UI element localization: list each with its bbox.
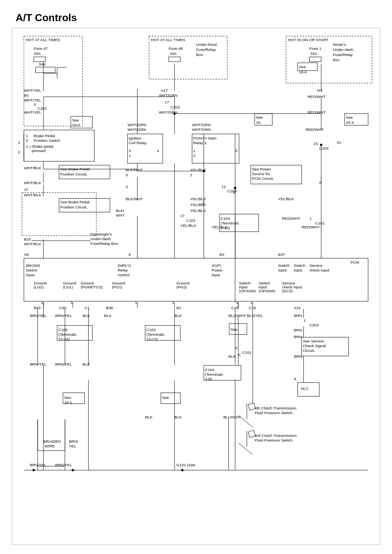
svg-text:WHT/YEL: WHT/YEL [24,98,42,102]
svg-text:15A: 15A [170,51,177,56]
svg-text:Box: Box [196,53,203,57]
svg-text:YEL/BLK: YEL/BLK [278,197,294,201]
svg-text:BLK: BLK [174,415,182,419]
svg-text:YEL/BLK: YEL/BLK [212,225,228,229]
svg-text:Under-dash: Under-dash [91,237,111,241]
svg-text:Source for: Source for [252,172,270,176]
svg-text:See: See [162,395,169,400]
svg-text:Under-dash: Under-dash [333,47,353,52]
svg-text:17: 17 [165,100,169,104]
svg-text:B1: B1 [176,306,181,310]
svg-text:1-6): 1-6) [205,377,212,381]
svg-text:13-17): 13-17) [146,337,158,341]
svg-text:pressed: pressed [32,148,45,153]
svg-text:22-24): 22-24) [58,337,70,341]
svg-text:12: 12 [221,185,226,189]
svg-point-313 [320,144,322,146]
svg-text:15: 15 [313,141,318,146]
svg-text:Fuse 46: Fuse 46 [169,46,183,51]
svg-text:(MRLY): (MRLY) [118,263,131,268]
svg-rect-19 [309,57,321,62]
svg-text:C104: C104 [205,368,214,372]
svg-text:Position Switch: Position Switch [34,138,60,143]
svg-text:PCM Circuit,: PCM Circuit, [252,176,274,181]
svg-text:RED/WHT: RED/WHT [282,216,301,221]
svg-text:See Brake Pedal: See Brake Pedal [60,167,90,171]
svg-text:B3: B3 [220,252,225,257]
svg-text:See Service: See Service [303,339,324,343]
svg-text:Check Signal: Check Signal [303,344,326,348]
svg-text:Fuse/Relay: Fuse/Relay [333,53,352,57]
svg-text:HOT AT ALL TIMES: HOT AT ALL TIMES [26,38,60,42]
svg-text:C203: C203 [309,323,319,327]
svg-point-238 [181,469,183,471]
diagram-container: text { font-family: Arial, sans-serif; f… [12,28,380,545]
svg-text:Switch: Switch [294,263,305,268]
svg-text:Power: Power [212,268,223,272]
svg-text:input: input [278,268,287,272]
svg-line-294 [238,415,253,427]
svg-text:Fuse/Relay Box: Fuse/Relay Box [91,241,118,246]
svg-text:M1: M1 [317,88,323,92]
svg-text:(OP4SW): (OP4SW) [259,289,276,293]
svg-text:See: See [230,327,238,331]
svg-text:Passenger's: Passenger's [91,232,112,236]
svg-text:A17: A17 [161,88,168,92]
svg-text:(LG1): (LG1) [63,285,73,289]
svg-text:C151: C151 [242,350,252,355]
svg-text:10.: 10. [256,120,261,125]
svg-text:(OP3SW): (OP3SW) [239,289,256,293]
svg-text:check input: check input [309,268,329,272]
svg-text:WHT/GRN: WHT/GRN [192,127,211,132]
svg-text:BRN/: BRN/ [69,439,78,444]
svg-text:BRN/YEL: BRN/YEL [30,313,47,318]
svg-text:input: input [294,268,302,272]
svg-text:BLK: BLK [174,313,182,318]
svg-text:See: See [299,65,306,69]
svg-text:RED/WHT: RED/WHT [307,94,326,99]
svg-text:Ignition: Ignition [129,136,141,140]
svg-text:10-4.: 10-4. [299,70,308,74]
svg-text:1: 1 [26,134,28,138]
svg-text:3: 3 [125,173,128,177]
svg-text:BLU/WHT: BLU/WHT [229,313,246,318]
svg-text:2: 2 [18,150,20,154]
svg-text:9: 9 [294,377,296,381]
svg-text:See: See [72,118,79,122]
svg-text:See: See [346,115,353,119]
svg-text:BLK: BLK [83,362,90,366]
svg-text:WIRE: WIRE [45,444,55,448]
svg-text:See Brake Pedal: See Brake Pedal [60,200,90,204]
svg-text:input: input [212,273,220,277]
svg-text:BRN/YEL: BRN/YEL [55,313,72,318]
svg-text:3rd Clutch Transmission: 3rd Clutch Transmission [255,433,297,438]
svg-rect-6 [36,67,55,72]
svg-text:BLK: BLK [145,415,152,419]
page-title: A/T Controls [0,0,392,28]
svg-text:C103: C103 [221,216,230,221]
svg-text:C203: C203 [319,146,328,150]
svg-text:WHT/YEL: WHT/YEL [24,110,42,114]
svg-text:10-4.: 10-4. [346,120,355,125]
svg-text:(BKSW): (BKSW) [26,263,40,268]
svg-text:Fluid Pressure Switch: Fluid Pressure Switch [255,438,292,442]
svg-text:4th Clutch Transmission: 4th Clutch Transmission [255,406,296,410]
svg-point-237 [72,469,74,471]
svg-text:Relay: Relay [118,268,128,272]
svg-text:1 = Brake pedal: 1 = Brake pedal [26,144,53,148]
svg-text:C203: C203 [171,105,180,109]
svg-text:YEL: YEL [69,444,76,448]
svg-text:3: 3 [125,185,128,189]
svg-text:BLK: BLK [104,313,112,318]
svg-text:WHT/BLK: WHT/BLK [24,166,42,170]
svg-text:Switch: Switch [26,268,37,272]
svg-text:BRAIDED: BRAIDED [44,439,61,444]
svg-text:B5: B5 [24,93,29,98]
svg-text:BLK/: BLK/ [116,208,124,213]
svg-text:WHT/YEL: WHT/YEL [24,88,42,92]
svg-text:B43: B43 [34,306,41,310]
svg-text:YEL/BLK: YEL/BLK [180,223,196,228]
svg-text:G101 (See: G101 (See [176,463,196,467]
svg-text:WHT/BLK: WHT/BLK [24,193,42,197]
svg-text:Circuit,: Circuit, [303,348,315,353]
